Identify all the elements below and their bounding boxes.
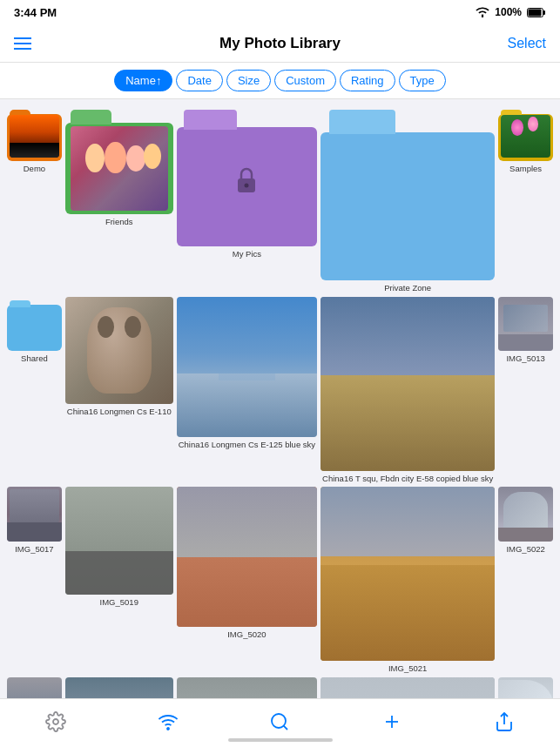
folder-friends[interactable]: Friends <box>65 106 173 293</box>
sort-tab-rating[interactable]: Rating <box>340 70 395 91</box>
photo-5013-label: IMG_5013 <box>504 353 546 363</box>
sort-tab-size[interactable]: Size <box>226 70 271 91</box>
photo-5022-label: IMG_5022 <box>504 544 546 554</box>
search-tab-icon <box>269 711 290 732</box>
sort-tab-name[interactable]: Name↑ <box>114 70 172 91</box>
nav-bar: My Photo Library Select <box>0 24 560 63</box>
photo-5019[interactable]: IMG_5019 <box>65 487 173 674</box>
sort-bar: Name↑ Date Size Custom Rating Type <box>0 63 560 99</box>
grid: Demo Friends <box>7 106 553 747</box>
status-time: 3:44 PM <box>14 6 57 19</box>
sort-tab-custom[interactable]: Custom <box>274 70 336 91</box>
svg-point-0 <box>482 16 483 17</box>
folder-demo-label: Demo <box>22 164 47 173</box>
photo-5021-label: IMG_5021 <box>387 663 428 673</box>
photo-5022[interactable]: IMG_5022 <box>498 487 553 674</box>
photo-5017[interactable]: IMG_5017 <box>7 487 62 674</box>
folder-mypics-label: My Pics <box>231 249 263 259</box>
nav-menu-button[interactable] <box>14 37 31 50</box>
folder-privatezone[interactable]: Private Zone <box>320 106 495 293</box>
wifi-status-icon <box>476 7 489 17</box>
photo-5020-label: IMG_5020 <box>226 629 267 639</box>
svg-point-8 <box>272 714 286 728</box>
svg-rect-3 <box>529 9 542 16</box>
select-button[interactable]: Select <box>508 36 546 51</box>
photo-china16-110[interactable]: China16 Longmen Cs E-110 <box>65 297 173 484</box>
status-bar: 3:44 PM 100% <box>0 0 560 24</box>
photo-grid: Demo Friends <box>0 99 560 747</box>
search-tab[interactable] <box>269 711 290 732</box>
battery-level: 100% <box>495 6 522 18</box>
folder-shared-label: Shared <box>19 353 50 363</box>
photo-china16-110-label: China16 Longmen Cs E-110 <box>65 407 173 416</box>
svg-rect-2 <box>543 10 546 15</box>
wifi-tab[interactable] <box>158 711 179 732</box>
sort-tab-date[interactable]: Date <box>176 70 222 91</box>
plus-tab-icon <box>381 711 402 732</box>
photo-5019-label: IMG_5019 <box>98 597 140 607</box>
svg-point-5 <box>245 183 249 187</box>
photo-china16-t-label: China16 T squ, Fbdn city E-58 copied blu… <box>320 474 495 483</box>
hamburger-icon <box>14 37 31 50</box>
folder-friends-label: Friends <box>104 217 135 226</box>
folder-samples-label: Samples <box>508 164 543 173</box>
photo-china16-125[interactable]: China16 Longmen Cs E-125 blue sky <box>177 297 317 484</box>
sort-tab-type[interactable]: Type <box>399 70 446 91</box>
folder-samples[interactable]: Samples <box>498 106 553 293</box>
photo-5013[interactable]: IMG_5013 <box>498 297 553 484</box>
photo-5021[interactable]: IMG_5021 <box>320 487 495 674</box>
folder-privatezone-label: Private Zone <box>382 283 433 293</box>
status-right: 100% <box>476 6 546 18</box>
wifi-tab-icon <box>158 711 179 732</box>
folder-demo[interactable]: Demo <box>7 106 62 293</box>
svg-line-9 <box>284 725 287 729</box>
share-tab-icon <box>494 711 515 732</box>
lock-icon <box>233 165 260 196</box>
folder-shared[interactable]: Shared <box>7 297 62 484</box>
svg-point-7 <box>167 728 169 730</box>
photo-5020[interactable]: IMG_5020 <box>177 487 317 674</box>
battery-icon <box>527 8 546 17</box>
nav-title: My Photo Library <box>219 35 341 52</box>
svg-point-6 <box>53 719 58 724</box>
home-indicator <box>228 738 333 742</box>
settings-tab[interactable] <box>45 711 66 732</box>
photo-china16-125-label: China16 Longmen Cs E-125 blue sky <box>177 440 317 449</box>
gear-icon <box>45 711 66 732</box>
photo-china16-t[interactable]: China16 T squ, Fbdn city E-58 copied blu… <box>320 297 495 484</box>
add-tab[interactable] <box>381 711 402 732</box>
folder-mypics[interactable]: My Pics <box>177 106 317 293</box>
share-tab[interactable] <box>494 711 515 732</box>
photo-5017-label: IMG_5017 <box>13 544 55 554</box>
